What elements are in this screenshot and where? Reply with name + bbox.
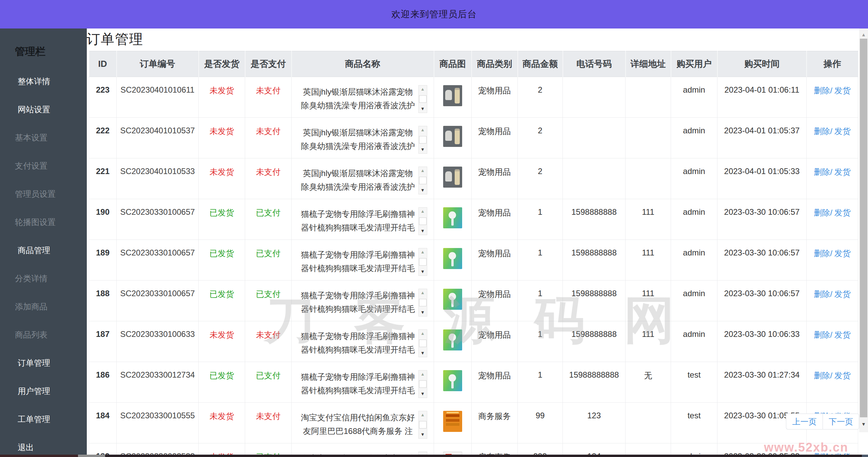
sidebar-nav: 整体详情网站设置基本设置支付设置管理员设置轮播图设置商品管理分类详情添加商品商品… — [0, 76, 87, 453]
product-textarea-scrollbar[interactable]: ▲ ▼ — [418, 167, 427, 194]
product-textarea-scrollbar[interactable]: ▲ ▼ — [418, 370, 427, 398]
scroll-up-icon[interactable]: ▲ — [420, 330, 425, 337]
order-number-cell: SC20230330100657 — [117, 199, 199, 240]
scroll-up-icon[interactable]: ▲ — [420, 208, 425, 215]
ship-link[interactable]: 发货 — [834, 208, 851, 217]
scroll-down-icon[interactable]: ▼ — [420, 146, 425, 153]
product-name-box[interactable]: 猫梳子宠物专用除浮毛刷撸猫神 器针梳狗狗猫咪毛发清理开结毛 — [298, 248, 418, 274]
ship-link[interactable]: 发货 — [834, 167, 851, 176]
sidebar-item-payment-settings[interactable]: 支付设置 — [0, 160, 87, 171]
product-name-box[interactable]: 猫梳子宠物专用除浮毛刷撸猫神 器针梳狗狗猫咪毛发清理开结毛 — [298, 370, 418, 397]
shipped-cell: 未发货 — [199, 118, 245, 158]
column-header: 是否发货 — [199, 51, 245, 77]
order-id-cell: 184 — [89, 403, 117, 443]
product-name-box[interactable]: 淘宝支付宝信用代拍闲鱼京东好 友阿里巴巴1688代商务服务 注 — [298, 411, 418, 437]
ship-link[interactable]: 发货 — [834, 289, 851, 299]
scroll-up-icon[interactable]: ▲ — [420, 126, 425, 134]
column-header: 商品名称 — [292, 51, 434, 77]
scrollbar-thumb[interactable] — [419, 421, 427, 429]
product-name-box[interactable]: 猫梳子宠物专用除浮毛刷撸猫神 器针梳狗狗猫咪毛发清理开结毛 — [298, 207, 418, 234]
delete-link[interactable]: 删除 — [814, 86, 830, 95]
sidebar-item-logout[interactable]: 退出 — [0, 442, 87, 453]
product-name-box[interactable]: 英国jhly银渐层猫咪沐浴露宠物 除臭幼猫洗澡专用浴液香波洗护 — [298, 126, 418, 152]
scrollbar-thumb[interactable] — [419, 217, 427, 225]
scrollbar-thumb[interactable] — [419, 95, 427, 103]
action-separator: / — [830, 208, 832, 217]
scrollbar-thumb[interactable] — [860, 39, 867, 417]
sidebar-item-overall-details[interactable]: 整体详情 — [0, 76, 87, 87]
product-name-box[interactable]: 英国jhly银渐层猫咪沐浴露宠物 除臭幼猫洗澡专用浴液香波洗护 — [298, 167, 418, 193]
product-name-line2: 除臭幼猫洗澡专用浴液香波洗护 — [298, 139, 418, 152]
delete-link[interactable]: 删除 — [814, 127, 830, 136]
shipped-cell: 未发货 — [199, 77, 245, 118]
page-scrollbar[interactable]: ▲ ▼ — [859, 28, 868, 432]
sidebar-item-category-details[interactable]: 分类详情 — [0, 273, 87, 284]
product-name-box[interactable]: 猫梳子宠物专用除浮毛刷撸猫神 器针梳狗狗猫咪毛发清理开结毛 — [298, 329, 418, 356]
product-textarea-scrollbar[interactable]: ▲ ▼ — [418, 207, 427, 235]
sidebar-item-admin-settings[interactable]: 管理员设置 — [0, 189, 87, 199]
product-name-box[interactable]: 英国jhly银渐层猫咪沐浴露宠物 除臭幼猫洗澡专用浴液香波洗护 — [298, 85, 418, 112]
sidebar-item-order-management[interactable]: 订单管理 — [0, 358, 87, 368]
product-name-box[interactable]: 猫梳子宠物专用除浮毛刷撸猫神 器针梳狗狗猫咪毛发清理开结毛 — [298, 289, 418, 315]
column-header: 商品类别 — [472, 51, 518, 77]
phone-cell: 1598888888 — [563, 199, 626, 240]
amount-cell: 1 — [518, 240, 563, 281]
product-name-line2: 器针梳狗狗猫咪毛发清理开结毛 — [298, 343, 418, 356]
column-header: 购买时间 — [717, 51, 807, 77]
product-textarea-scrollbar[interactable]: ▲ ▼ — [418, 411, 427, 439]
delete-link[interactable]: 删除 — [814, 208, 830, 217]
prev-page-button[interactable]: 上一页 — [786, 414, 823, 430]
product-textarea-scrollbar[interactable]: ▲ ▼ — [418, 85, 427, 113]
scrollbar-thumb[interactable] — [419, 299, 427, 306]
scroll-up-icon[interactable]: ▲ — [859, 32, 868, 37]
sidebar-item-site-settings[interactable]: 网站设置 — [0, 104, 87, 115]
delete-link[interactable]: 删除 — [814, 249, 830, 258]
product-textarea-scrollbar[interactable]: ▲ ▼ — [418, 126, 427, 154]
scrollbar-thumb[interactable] — [419, 380, 427, 388]
scroll-up-icon[interactable]: ▲ — [420, 370, 425, 378]
sidebar-item-basic-settings[interactable]: 基本设置 — [0, 132, 87, 143]
scroll-up-icon[interactable]: ▲ — [420, 289, 425, 297]
sidebar-item-ticket-management[interactable]: 工单管理 — [0, 414, 87, 425]
scroll-down-icon[interactable]: ▼ — [420, 227, 425, 235]
scrollbar-thumb[interactable] — [419, 258, 427, 266]
scrollbar-thumb[interactable] — [419, 340, 427, 347]
phone-cell: 1598888888 — [563, 321, 626, 362]
ship-link[interactable]: 发货 — [834, 371, 851, 380]
scroll-up-icon[interactable]: ▲ — [420, 411, 425, 419]
scroll-up-icon[interactable]: ▲ — [420, 248, 425, 256]
scroll-down-icon[interactable]: ▼ — [420, 268, 425, 275]
product-image-cell — [434, 240, 472, 281]
product-textarea-scrollbar[interactable]: ▲ ▼ — [418, 329, 427, 357]
sidebar-item-carousel-settings[interactable]: 轮播图设置 — [0, 217, 87, 228]
delete-link[interactable]: 删除 — [814, 167, 830, 176]
sidebar-item-add-product[interactable]: 添加商品 — [0, 301, 87, 312]
scroll-down-icon[interactable]: ▼ — [420, 309, 425, 316]
product-textarea-scrollbar[interactable]: ▲ ▼ — [418, 248, 427, 276]
scroll-up-icon[interactable]: ▲ — [420, 167, 425, 174]
scroll-up-icon[interactable]: ▲ — [420, 85, 425, 93]
next-page-button[interactable]: 下一页 — [823, 414, 859, 430]
sidebar-item-product-list[interactable]: 商品列表 — [0, 329, 87, 340]
scroll-down-icon[interactable]: ▼ — [420, 390, 425, 398]
shipped-cell: 未发货 — [199, 403, 245, 443]
sidebar-item-product-management[interactable]: 商品管理 — [0, 245, 87, 256]
ship-link[interactable]: 发货 — [834, 86, 851, 95]
scrollbar-thumb[interactable] — [419, 177, 427, 184]
product-textarea-scrollbar[interactable]: ▲ ▼ — [418, 289, 427, 317]
scroll-down-icon[interactable]: ▼ — [420, 349, 425, 357]
scroll-down-icon[interactable]: ▼ — [859, 421, 868, 427]
delete-link[interactable]: 删除 — [814, 330, 830, 339]
scroll-down-icon[interactable]: ▼ — [420, 431, 425, 438]
product-name-line2: 器针梳狗狗猫咪毛发清理开结毛 — [298, 384, 418, 397]
delete-link[interactable]: 删除 — [814, 371, 830, 380]
delete-link[interactable]: 删除 — [814, 289, 830, 299]
scrollbar-thumb[interactable] — [419, 136, 427, 144]
ship-link[interactable]: 发货 — [834, 249, 851, 258]
scroll-down-icon[interactable]: ▼ — [420, 105, 425, 113]
table-row: 187 SC20230330100633 未发货 未支付 猫梳子宠物专用除浮毛刷… — [89, 321, 858, 362]
scroll-down-icon[interactable]: ▼ — [420, 187, 425, 194]
ship-link[interactable]: 发货 — [834, 127, 851, 136]
ship-link[interactable]: 发货 — [834, 330, 851, 339]
sidebar-item-user-management[interactable]: 用户管理 — [0, 386, 87, 397]
